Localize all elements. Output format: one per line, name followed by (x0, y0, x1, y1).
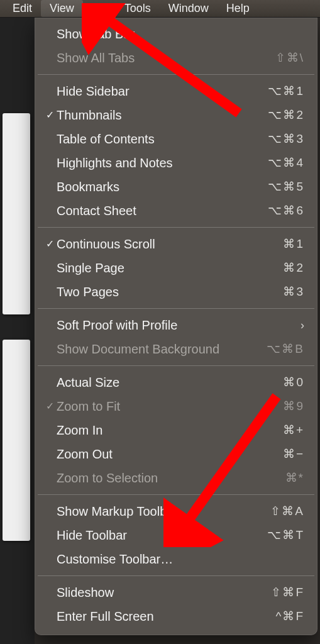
menu-item[interactable]: Table of Contents⌥⌘3 (35, 127, 317, 151)
menu-item-label: Zoom In (57, 421, 283, 440)
menu-item[interactable]: ✓Thumbnails⌥⌘2 (35, 103, 317, 127)
checkmark-icon: ✓ (43, 399, 57, 414)
menubar-item-view[interactable]: View (41, 0, 83, 17)
menu-item-label: Two Pages (57, 282, 283, 301)
menu-item-label: Bookmarks (57, 177, 268, 196)
menu-item-shortcut: ⌘1 (283, 235, 304, 253)
menu-item-shortcut: ⇧⌘F (271, 584, 304, 602)
menu-item-shortcut: ⌘0 (283, 374, 304, 392)
menu-item-label: Show All Tabs (57, 48, 275, 67)
menu-item-shortcut: ^⌘F (275, 608, 304, 626)
menu-item-label: Soft Proof with Profile (57, 316, 294, 335)
menu-item-label: Show Document Background (57, 340, 267, 358)
menu-item-shortcut: ⌥⌘5 (268, 178, 304, 196)
menubar-item-go[interactable]: Go (83, 0, 116, 17)
menu-item-label: Zoom Out (57, 445, 283, 464)
menu-separator (38, 227, 314, 228)
menu-item-label: Slideshow (57, 583, 271, 602)
menu-item[interactable]: Soft Proof with Profile› (35, 313, 317, 337)
menu-item-shortcut: ⇧⌘A (270, 502, 304, 521)
menu-item[interactable]: Hide Toolbar⌥⌘T (35, 523, 317, 547)
menu-separator (38, 365, 314, 366)
menu-item-shortcut: ⌥⌘3 (268, 130, 304, 148)
menu-item-shortcut: ⌥⌘2 (268, 106, 304, 125)
menu-item-label: Show Markup Toolbar (57, 502, 270, 521)
menu-item: Zoom to Selection⌘* (35, 466, 317, 490)
menu-item-label: Show Tab Bar (57, 25, 304, 43)
chevron-right-icon: › (301, 317, 304, 334)
menu-item[interactable]: Zoom Out⌘− (35, 442, 317, 466)
menu-item-shortcut: ⌘* (285, 469, 304, 487)
menu-item-label: Hide Toolbar (57, 526, 267, 545)
menu-item-label: Thumbnails (57, 106, 268, 125)
menu-item-shortcut: ⌥⌘1 (268, 82, 304, 101)
menu-item-shortcut: ⌥⌘T (267, 526, 304, 545)
menu-item-shortcut: ⌘9 (283, 397, 304, 416)
menu-item[interactable]: Show Tab Bar (35, 22, 317, 46)
menu-item-shortcut: ⇧⌘\ (275, 49, 304, 67)
menu-item[interactable]: Highlights and Notes⌥⌘4 (35, 151, 317, 175)
menu-separator (38, 494, 314, 495)
menu-item[interactable]: Bookmarks⌥⌘5 (35, 175, 317, 199)
menubar-item-edit[interactable]: Edit (4, 0, 41, 17)
menu-item-label: Enter Full Screen (57, 607, 275, 626)
menu-item[interactable]: Actual Size⌘0 (35, 370, 317, 394)
view-menu-dropdown: Show Tab BarShow All Tabs⇧⌘\Hide Sidebar… (35, 18, 317, 635)
thumbnail-placeholder (3, 340, 30, 541)
menu-item-shortcut: ⌘3 (283, 283, 304, 301)
sidebar-background (0, 18, 35, 644)
menu-separator (38, 308, 314, 309)
menu-item[interactable]: Two Pages⌘3 (35, 280, 317, 304)
menu-item-label: Highlights and Notes (57, 153, 268, 172)
menu-item[interactable]: Single Page⌘2 (35, 256, 317, 280)
menu-item-label: Zoom to Selection (57, 469, 285, 487)
menubar-item-tools[interactable]: Tools (116, 0, 160, 17)
menu-item[interactable]: Hide Sidebar⌥⌘1 (35, 79, 317, 103)
menu-item-label: Zoom to Fit (57, 397, 283, 416)
menubar: Edit View Go Tools Window Help (0, 0, 320, 18)
menu-item-label: Single Page (57, 258, 283, 277)
menu-item-shortcut: ⌥⌘4 (268, 154, 304, 172)
menu-item: Show All Tabs⇧⌘\ (35, 46, 317, 70)
checkmark-icon: ✓ (43, 108, 57, 123)
menu-item: Show Document Background⌥⌘B (35, 337, 317, 361)
menu-item[interactable]: Customise Toolbar… (35, 547, 317, 571)
menu-item[interactable]: Enter Full Screen^⌘F (35, 604, 317, 628)
menu-item-label: Actual Size (57, 373, 283, 392)
menu-separator (38, 575, 314, 576)
menu-item-shortcut: ⌘+ (283, 421, 304, 440)
checkmark-icon: ✓ (43, 236, 57, 252)
menu-item: ✓Zoom to Fit⌘9 (35, 394, 317, 418)
menubar-item-help[interactable]: Help (218, 0, 258, 17)
menu-item[interactable]: Contact Sheet⌥⌘6 (35, 199, 317, 223)
menu-item-label: Table of Contents (57, 130, 268, 148)
menu-item-label: Hide Sidebar (57, 82, 268, 101)
menu-item-shortcut: ⌥⌘6 (268, 202, 304, 220)
menu-item-label: Continuous Scroll (57, 235, 283, 253)
menubar-item-window[interactable]: Window (160, 0, 218, 17)
menu-item-shortcut: ⌘− (283, 445, 304, 464)
menu-item-shortcut: ⌘2 (283, 259, 304, 277)
menu-item[interactable]: ✓Continuous Scroll⌘1 (35, 232, 317, 256)
thumbnail-placeholder (3, 113, 30, 314)
menu-item[interactable]: Show Markup Toolbar⇧⌘A (35, 499, 317, 523)
menu-item-label: Contact Sheet (57, 201, 268, 220)
menu-item[interactable]: Zoom In⌘+ (35, 418, 317, 442)
menu-separator (38, 74, 314, 75)
menu-item-shortcut: ⌥⌘B (267, 340, 304, 358)
menu-item[interactable]: Slideshow⇧⌘F (35, 580, 317, 604)
menu-item-label: Customise Toolbar… (57, 550, 304, 569)
